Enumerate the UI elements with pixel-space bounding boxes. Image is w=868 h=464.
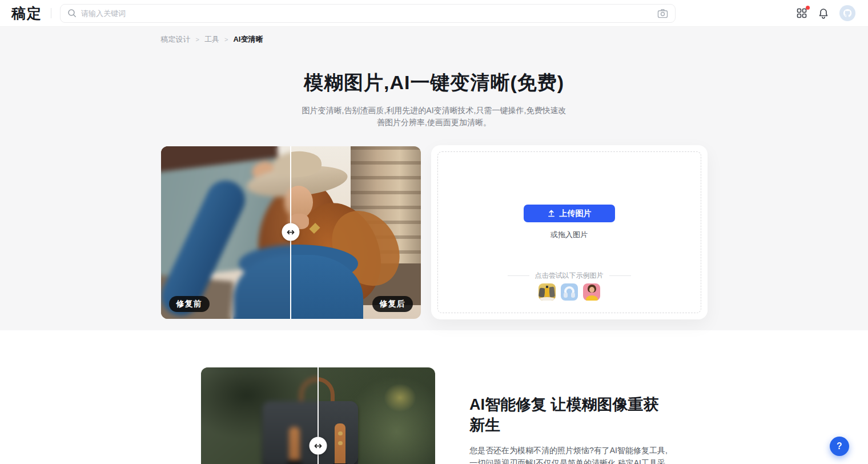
top-header: 稿定: [0, 0, 868, 27]
hint-line-left: [508, 275, 529, 276]
help-button[interactable]: ?: [830, 437, 849, 456]
ai-repair-text-block: AI智能修复 让模糊图像重获新生 您是否还在为模糊不清的照片烦恼?有了AI智能修…: [469, 367, 673, 464]
logo-separator: [51, 8, 51, 18]
ai-repair-description: 您是否还在为模糊不清的照片烦恼?有了AI智能修复工具,一切问题迎刃而解!不仅仅是…: [469, 444, 673, 464]
logo[interactable]: 稿定: [11, 4, 42, 23]
left-right-arrow-icon: [287, 229, 295, 235]
notification-dot: [806, 6, 810, 10]
search-bar: [60, 4, 676, 23]
blurred-before-half: [201, 367, 318, 464]
apps-grid-icon[interactable]: [796, 7, 807, 19]
help-button-label: ?: [837, 441, 842, 451]
image-search-camera-icon[interactable]: [657, 9, 668, 18]
ai-repair-section: AI智能修复 让模糊图像重获新生 您是否还在为模糊不清的照片烦恼?有了AI智能修…: [0, 330, 868, 464]
hint-line-right: [609, 275, 631, 276]
upload-button-label: 上传图片: [560, 209, 592, 219]
breadcrumb: 稿定设计 > 工具 > AI变清晰: [161, 27, 708, 45]
upload-card: 上传图片 或拖入图片 点击尝试以下示例图片: [431, 145, 708, 319]
bell-icon[interactable]: [818, 7, 829, 19]
breadcrumb-separator: >: [196, 36, 199, 43]
compare-slider-handle[interactable]: [310, 437, 327, 455]
before-after-portrait-image: 修复前 修复后: [161, 146, 421, 319]
example-thumb-product-bottle[interactable]: [539, 283, 556, 301]
before-after-backpack-image: [201, 367, 435, 464]
page-title: 模糊图片,AI一键变清晰(免费): [161, 70, 708, 96]
breadcrumb-current: AI变清晰: [233, 34, 263, 45]
upload-icon: [547, 209, 556, 218]
after-label: 修复后: [372, 296, 413, 312]
before-label: 修复前: [169, 296, 210, 312]
search-input[interactable]: [81, 9, 657, 18]
search-icon: [67, 9, 77, 18]
upload-dropzone[interactable]: 上传图片 或拖入图片 点击尝试以下示例图片: [437, 151, 701, 313]
compare-slider-handle[interactable]: [282, 223, 300, 241]
breadcrumb-separator: >: [224, 36, 228, 43]
ai-repair-heading: AI智能修复 让模糊图像重获新生: [469, 394, 673, 435]
hero-section: 稿定设计 > 工具 > AI变清晰 模糊图片,AI一键变清晰(免费) 图片变清晰…: [0, 27, 868, 330]
user-avatar[interactable]: [839, 5, 855, 21]
page-subtitle: 图片变清晰,告别渣画质,利用先进的AI变清晰技术,只需一键操作,免费快速改善图片…: [300, 105, 568, 129]
breadcrumb-home[interactable]: 稿定设计: [161, 34, 191, 45]
left-right-arrow-icon: [314, 442, 323, 449]
blurred-before-half: [161, 146, 291, 319]
header-right-group: [796, 5, 855, 21]
examples-hint: 点击尝试以下示例图片: [535, 271, 604, 281]
breadcrumb-tools[interactable]: 工具: [204, 34, 219, 45]
drag-hint: 或拖入图片: [550, 230, 588, 240]
upload-button[interactable]: 上传图片: [524, 205, 615, 222]
example-thumb-portrait[interactable]: [583, 283, 600, 301]
example-thumb-headphones[interactable]: [561, 283, 578, 301]
